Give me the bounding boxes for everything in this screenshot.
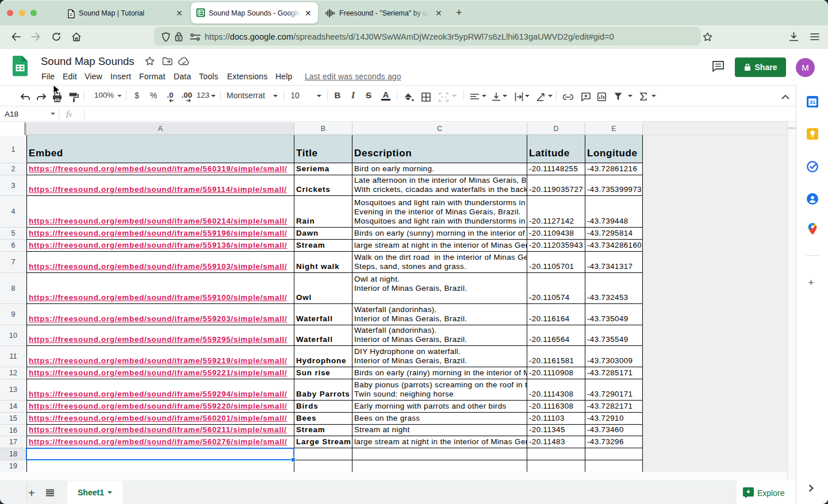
svg-text:31: 31: [810, 99, 816, 105]
